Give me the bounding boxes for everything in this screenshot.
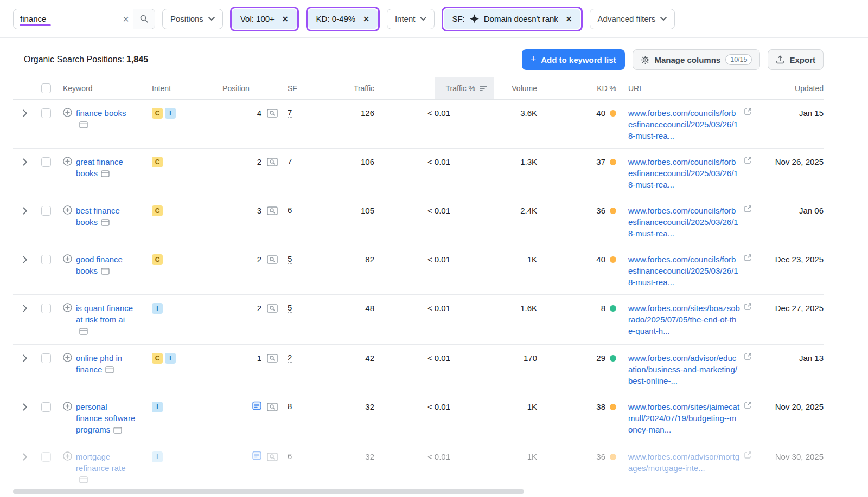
- column-header-kd[interactable]: KD %: [550, 77, 623, 99]
- column-header-keyword[interactable]: Keyword: [56, 77, 148, 99]
- row-checkbox[interactable]: [41, 157, 51, 167]
- result-url-link[interactable]: www.forbes.com/sites/boazsobrado/2025/07…: [628, 302, 740, 337]
- add-keyword-icon[interactable]: [63, 157, 72, 167]
- result-url-link[interactable]: www.forbes.com/councils/forbesfinancecou…: [628, 107, 740, 141]
- row-checkbox[interactable]: [41, 402, 51, 412]
- result-url-link[interactable]: www.forbes.com/advisor/mortgages/mortgag…: [628, 451, 740, 474]
- external-link-icon[interactable]: [744, 205, 752, 215]
- manage-columns-button[interactable]: Manage columns 10/15: [633, 49, 761, 70]
- view-serp-icon[interactable]: [267, 109, 278, 119]
- serp-snapshot-icon[interactable]: [79, 326, 88, 338]
- expand-row-icon[interactable]: [23, 305, 27, 344]
- select-all-checkbox[interactable]: [41, 83, 51, 93]
- sf-count[interactable]: 2: [288, 353, 292, 363]
- result-url-link[interactable]: www.forbes.com/councils/forbesfinancecou…: [628, 254, 740, 288]
- search-input[interactable]: [14, 14, 119, 23]
- serp-snapshot-icon[interactable]: [79, 475, 88, 486]
- expand-row-icon[interactable]: [23, 207, 27, 246]
- row-checkbox[interactable]: [41, 206, 51, 216]
- intent-filter-dropdown[interactable]: Intent: [387, 9, 435, 29]
- result-url-link[interactable]: www.forbes.com/advisor/education/busines…: [628, 352, 740, 386]
- column-header-volume[interactable]: Volume: [494, 77, 550, 99]
- column-header-position[interactable]: Position: [192, 77, 280, 99]
- view-serp-icon[interactable]: [267, 453, 278, 463]
- external-link-icon[interactable]: [744, 352, 752, 362]
- keyword-link[interactable]: best finance books: [76, 206, 120, 227]
- external-link-icon[interactable]: [744, 254, 752, 263]
- column-header-intent[interactable]: Intent: [148, 77, 192, 99]
- sort-descending-icon: [480, 85, 487, 92]
- view-serp-icon[interactable]: [267, 255, 278, 266]
- keyword-link[interactable]: personal finance software programs: [76, 402, 135, 434]
- view-serp-icon[interactable]: [267, 304, 278, 314]
- row-checkbox[interactable]: [41, 108, 51, 118]
- view-serp-icon[interactable]: [267, 403, 278, 413]
- keyword-link[interactable]: online phd in finance: [76, 353, 122, 374]
- external-link-icon[interactable]: [744, 302, 752, 312]
- serp-snapshot-icon[interactable]: [79, 120, 88, 131]
- sf-count[interactable]: 7: [288, 108, 292, 118]
- serp-snapshot-icon[interactable]: [113, 425, 122, 436]
- serp-snapshot-icon[interactable]: [105, 365, 114, 376]
- result-url-link[interactable]: www.forbes.com/councils/forbesfinancecou…: [628, 156, 740, 190]
- row-checkbox[interactable]: [41, 304, 51, 313]
- sf-count[interactable]: 5: [288, 303, 292, 313]
- expand-row-icon[interactable]: [23, 109, 27, 148]
- export-button[interactable]: Export: [768, 49, 824, 70]
- search-button[interactable]: [133, 9, 155, 29]
- serp-snapshot-icon[interactable]: [101, 169, 110, 180]
- add-keyword-icon[interactable]: [63, 451, 72, 462]
- column-header-updated[interactable]: Updated: [762, 77, 824, 99]
- keyword-link[interactable]: good finance books: [76, 255, 123, 275]
- external-link-icon[interactable]: [744, 156, 752, 166]
- kd-filter-chip[interactable]: KD: 0-49% ✕: [308, 9, 378, 29]
- view-serp-icon[interactable]: [267, 206, 278, 217]
- volume-filter-chip[interactable]: Vol: 100+ ✕: [232, 9, 297, 29]
- serp-snapshot-icon[interactable]: [101, 217, 110, 229]
- expand-row-icon[interactable]: [23, 158, 27, 197]
- external-link-icon[interactable]: [744, 401, 752, 411]
- sf-count[interactable]: 6: [288, 205, 292, 215]
- sf-filter-chip[interactable]: SF: Domain doesn't rank ✕: [444, 9, 580, 29]
- add-keyword-icon[interactable]: [63, 108, 72, 119]
- add-keyword-icon[interactable]: [63, 402, 72, 412]
- horizontal-scrollbar[interactable]: [13, 489, 524, 494]
- expand-row-icon[interactable]: [23, 453, 27, 493]
- external-link-icon[interactable]: [744, 107, 752, 117]
- add-keyword-icon[interactable]: [63, 205, 72, 216]
- advanced-filters-dropdown[interactable]: Advanced filters: [590, 9, 675, 29]
- sf-count[interactable]: 6: [288, 451, 292, 461]
- column-header-sf[interactable]: SF: [280, 77, 315, 99]
- column-header-traffic-pct[interactable]: Traffic %: [378, 77, 494, 99]
- expand-row-icon[interactable]: [23, 403, 27, 443]
- add-keyword-icon[interactable]: [63, 303, 72, 314]
- row-checkbox[interactable]: [41, 452, 51, 462]
- expand-row-icon[interactable]: [23, 354, 27, 393]
- positions-filter-dropdown[interactable]: Positions: [162, 9, 223, 29]
- add-to-keyword-list-button[interactable]: + Add to keyword list: [522, 49, 625, 70]
- view-serp-icon[interactable]: [267, 158, 278, 168]
- remove-volume-filter-icon[interactable]: ✕: [282, 15, 289, 23]
- keyword-link[interactable]: finance books: [76, 108, 126, 118]
- serp-snapshot-icon[interactable]: [101, 266, 110, 277]
- sf-count[interactable]: 5: [288, 254, 292, 264]
- remove-kd-filter-icon[interactable]: ✕: [363, 15, 369, 23]
- sf-count[interactable]: 7: [288, 157, 292, 166]
- external-link-icon[interactable]: [744, 451, 752, 461]
- add-keyword-icon[interactable]: [63, 254, 72, 265]
- keyword-link[interactable]: is quant finance at risk from ai: [76, 304, 133, 324]
- keyword-link[interactable]: great finance books: [76, 157, 123, 178]
- remove-sf-filter-icon[interactable]: ✕: [566, 15, 572, 23]
- add-keyword-icon[interactable]: [63, 353, 72, 364]
- expand-row-icon[interactable]: [23, 256, 27, 294]
- clear-search-icon[interactable]: ×: [119, 14, 133, 24]
- result-url-link[interactable]: www.forbes.com/councils/forbesfinancecou…: [628, 205, 740, 239]
- keyword-link[interactable]: mortgage refinance rate: [76, 452, 126, 473]
- sf-count[interactable]: 8: [288, 402, 292, 411]
- column-header-url[interactable]: URL: [623, 77, 762, 99]
- column-header-traffic[interactable]: Traffic: [315, 77, 378, 99]
- row-checkbox[interactable]: [41, 353, 51, 363]
- row-checkbox[interactable]: [41, 255, 51, 264]
- view-serp-icon[interactable]: [267, 354, 278, 364]
- result-url-link[interactable]: www.forbes.com/sites/jaimecatmull/2024/0…: [628, 401, 740, 435]
